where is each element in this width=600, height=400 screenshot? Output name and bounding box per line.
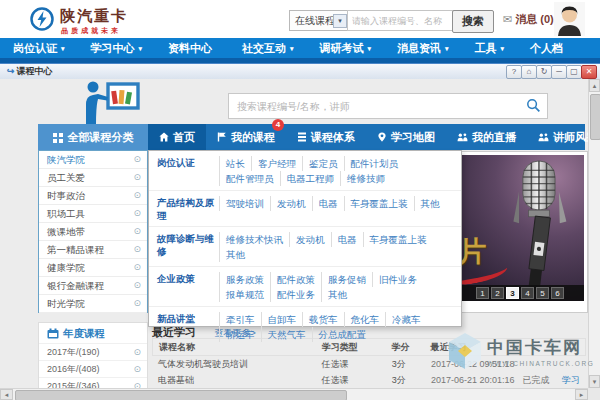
mega-link[interactable]: 冷藏车 xyxy=(385,312,427,327)
mega-link[interactable]: 车身覆盖上装 xyxy=(344,196,414,211)
year-item-2017[interactable]: 2017年/(190)⊙ xyxy=(39,343,147,360)
mega-link[interactable]: 牵引车 xyxy=(219,312,261,327)
sidebar-item-shanqi-academy[interactable]: 陕汽学院⊙ xyxy=(39,151,147,169)
expand-icon[interactable]: ⊙ xyxy=(133,241,141,258)
mega-link[interactable]: 配件管理员 xyxy=(219,171,280,186)
window-close-button[interactable]: ✕ xyxy=(581,65,597,79)
scroll-left-icon[interactable]: ◂ xyxy=(0,389,13,400)
expand-icon[interactable]: ⊙ xyxy=(133,223,141,240)
nav-item-survey-exam[interactable]: 调研考试▾ xyxy=(307,41,385,56)
window-help-button[interactable]: ? xyxy=(506,65,522,79)
mega-link[interactable]: 其他 xyxy=(321,287,353,302)
mega-link[interactable]: 维修技师 xyxy=(340,171,391,186)
mega-link[interactable]: 配件业务 xyxy=(270,287,321,302)
window-maximize-button[interactable]: ▢ xyxy=(566,65,582,79)
tab-home[interactable]: 首页 xyxy=(148,124,206,150)
mega-row-label[interactable]: 岗位认证 xyxy=(149,156,219,186)
window-minimize-button[interactable]: ─ xyxy=(551,65,567,79)
expand-icon[interactable]: ⊙ xyxy=(133,205,141,222)
mega-link[interactable]: 维修技术快讯 xyxy=(219,232,289,247)
all-course-categories-button[interactable]: 全部课程分类 xyxy=(38,124,148,150)
sidebar-item-banking-courses[interactable]: 银行金融课程⊙ xyxy=(39,277,147,295)
messages-link[interactable]: ✉消息 (0) xyxy=(503,12,554,27)
mega-link[interactable]: 天然气车 xyxy=(261,327,312,342)
carousel-page-4[interactable]: 4 xyxy=(521,287,534,299)
mega-link[interactable]: 电器 xyxy=(312,196,344,211)
carousel-page-5[interactable]: 5 xyxy=(536,287,549,299)
carousel-page-1[interactable]: 1 xyxy=(476,287,489,299)
window-refresh-button[interactable]: ↻ xyxy=(536,65,552,79)
search-icon[interactable] xyxy=(526,98,541,113)
vertical-scroll-thumb[interactable] xyxy=(590,94,600,140)
user-avatar[interactable] xyxy=(554,2,585,36)
expand-icon[interactable]: ⊙ xyxy=(133,151,141,168)
mega-row-label[interactable]: 故障诊断与维修 xyxy=(149,232,219,262)
sidebar-item-workplace-tools[interactable]: 职场工具⊙ xyxy=(39,205,147,223)
course-search-input[interactable] xyxy=(347,10,455,31)
scroll-up-icon[interactable]: ▴ xyxy=(589,79,600,92)
expand-icon[interactable]: ⊙ xyxy=(133,295,141,312)
expand-icon[interactable]: ⊙ xyxy=(133,361,141,377)
mega-link[interactable]: 配件计划员 xyxy=(344,156,405,171)
expand-icon[interactable]: ⊙ xyxy=(133,277,141,294)
nav-item-tools[interactable]: 工具▾ xyxy=(462,41,518,56)
banner-image[interactable]: 片 1 2 3 4 5 6 xyxy=(456,155,584,301)
nav-item-social[interactable]: 社交互动▾ xyxy=(229,41,307,56)
mega-link[interactable]: 载货车 xyxy=(302,312,344,327)
expand-icon[interactable]: ⊙ xyxy=(133,187,141,204)
carousel-page-6[interactable]: 6 xyxy=(551,287,564,299)
mega-row-label[interactable]: 产品结构及原理 xyxy=(149,196,219,222)
course-name[interactable]: 电器基础 xyxy=(152,372,322,388)
expand-icon[interactable]: ⊙ xyxy=(133,259,141,276)
mega-link[interactable]: 车身覆盖上装 xyxy=(363,232,433,247)
mega-link[interactable]: 客户经理 xyxy=(251,156,302,171)
mega-link[interactable]: 电器工程师 xyxy=(280,171,341,186)
mega-link[interactable]: 自卸车 xyxy=(261,312,303,327)
mega-link[interactable]: 电器 xyxy=(331,232,363,247)
tab-my-live[interactable]: 我的直播 xyxy=(446,124,527,150)
sidebar-item-current-politics[interactable]: 时事政治⊙ xyxy=(39,187,147,205)
course-name[interactable]: 气体发动机驾驶员培训 xyxy=(152,356,322,372)
sidebar-item-time-academy[interactable]: 时光学院⊙ xyxy=(39,295,147,313)
nav-item-certification[interactable]: 岗位认证▾ xyxy=(0,41,78,56)
mega-link[interactable]: 驾驶培训 xyxy=(219,196,270,211)
mega-link[interactable]: 服务政策 xyxy=(219,272,270,287)
search-category-select[interactable]: 在线课程 ▾ xyxy=(289,10,350,31)
mega-link[interactable]: 危化车 xyxy=(344,312,386,327)
nav-item-learning-center[interactable]: 学习中心▾ xyxy=(78,41,156,56)
mega-link[interactable]: 轿运车 xyxy=(219,327,261,342)
nav-item-resource-center[interactable]: 资料中心 xyxy=(155,41,229,56)
tab-my-courses[interactable]: 我的课程 4 xyxy=(206,124,286,150)
mega-link[interactable]: 报单规范 xyxy=(219,287,270,302)
sidebar-item-premium-courses[interactable]: 第一精品课程⊙ xyxy=(39,241,147,259)
year-item-2016[interactable]: 2016年/(408)⊙ xyxy=(39,360,147,377)
tab-learning-map[interactable]: 学习地图 xyxy=(366,124,446,150)
mega-link[interactable]: 旧件业务 xyxy=(372,272,423,287)
mega-row-label[interactable]: 企业政策 xyxy=(149,272,219,302)
search-button[interactable]: 搜索 xyxy=(452,10,494,33)
tab-course-system[interactable]: 课程体系 xyxy=(286,124,366,150)
mega-link[interactable]: 站长 xyxy=(219,156,251,171)
mega-link[interactable]: 其他 xyxy=(414,196,446,211)
mega-row-label[interactable]: 新品讲堂 xyxy=(149,312,219,342)
mega-link[interactable]: 发动机 xyxy=(270,196,312,211)
mega-link[interactable]: 发动机 xyxy=(289,232,331,247)
carousel-page-3[interactable]: 3 xyxy=(506,287,519,299)
expand-icon[interactable]: ⊙ xyxy=(133,169,141,186)
carousel-page-2[interactable]: 2 xyxy=(491,287,504,299)
select-caret-icon[interactable]: ▾ xyxy=(333,14,347,28)
mega-link[interactable]: 其他 xyxy=(219,247,251,262)
nav-item-news[interactable]: 消息资讯▾ xyxy=(384,41,462,56)
scroll-right-icon[interactable]: ▸ xyxy=(575,389,588,400)
sidebar-item-micro-course[interactable]: 微课地带⊙ xyxy=(39,223,147,241)
hero-search-input[interactable] xyxy=(235,97,519,116)
mega-link[interactable]: 分总成配置 xyxy=(312,327,373,342)
window-home-button[interactable]: ⌂ xyxy=(521,65,537,79)
nav-item-personal-file[interactable]: 个人档 xyxy=(517,41,580,56)
horizontal-scrollbar[interactable]: ◂ ▸ xyxy=(0,388,588,400)
expand-icon[interactable]: ⊙ xyxy=(133,344,141,360)
mega-link[interactable]: 配件政策 xyxy=(270,272,321,287)
mega-link[interactable]: 鉴定员 xyxy=(302,156,344,171)
sidebar-item-health-academy[interactable]: 健康学院⊙ xyxy=(39,259,147,277)
mega-link[interactable]: 服务促销 xyxy=(321,272,372,287)
